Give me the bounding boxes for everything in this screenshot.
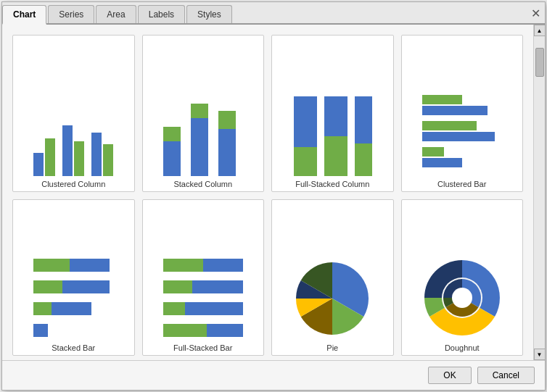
svg-rect-2 [62, 125, 73, 176]
tab-labels[interactable]: Labels [138, 5, 185, 23]
svg-rect-34 [192, 280, 243, 293]
scroll-down-button[interactable]: ▼ [534, 349, 546, 360]
svg-rect-7 [163, 127, 181, 141]
footer: OK Cancel [2, 360, 545, 390]
svg-rect-24 [33, 259, 70, 272]
svg-rect-6 [163, 141, 181, 176]
svg-point-40 [452, 288, 472, 308]
svg-rect-15 [324, 136, 347, 176]
tab-styles[interactable]: Styles [186, 5, 232, 23]
svg-rect-4 [91, 133, 102, 176]
svg-rect-32 [203, 259, 243, 272]
svg-rect-22 [422, 147, 444, 157]
svg-rect-19 [422, 106, 488, 115]
scroll-area: Clustered Column [2, 25, 545, 360]
svg-rect-11 [218, 111, 236, 129]
svg-rect-21 [422, 132, 495, 141]
svg-rect-35 [163, 302, 185, 315]
svg-rect-38 [207, 324, 243, 337]
svg-rect-12 [294, 96, 317, 147]
chart-item-clustered-bar[interactable]: Clustered Bar [401, 35, 524, 192]
chart-item-stacked-column[interactable]: Stacked Column [142, 35, 265, 192]
tab-chart[interactable]: Chart [2, 5, 46, 25]
tab-area[interactable]: Area [96, 5, 136, 23]
clustered-bar-label: Clustered Bar [437, 180, 486, 188]
scroll-up-button[interactable]: ▲ [534, 25, 546, 36]
svg-rect-30 [33, 324, 48, 337]
stacked-column-preview [147, 41, 260, 176]
tab-bar: Chart Series Area Labels Styles ✕ [2, 2, 545, 25]
svg-rect-14 [324, 96, 347, 136]
svg-rect-0 [33, 153, 44, 176]
svg-rect-28 [33, 302, 52, 315]
chart-item-stacked-bar[interactable]: Stacked Bar [12, 199, 135, 356]
ok-button[interactable]: OK [428, 367, 471, 384]
svg-rect-5 [103, 144, 113, 176]
svg-rect-29 [52, 302, 91, 315]
doughnut-label: Doughnut [445, 343, 480, 352]
cancel-button[interactable]: Cancel [477, 367, 535, 384]
scroll-thumb[interactable] [535, 48, 544, 77]
full-stacked-bar-label: Full-Stacked Bar [173, 343, 232, 352]
svg-rect-26 [33, 280, 62, 293]
stacked-column-label: Stacked Column [173, 180, 232, 188]
chart-type-dialog: Chart Series Area Labels Styles ✕ [1, 1, 546, 391]
svg-rect-31 [163, 259, 203, 272]
clustered-column-preview [17, 41, 130, 176]
full-stacked-column-label: Full-Stacked Column [295, 180, 369, 188]
chart-grid: Clustered Column [2, 25, 533, 360]
clustered-column-label: Clustered Column [41, 180, 105, 188]
scrollbar: ▲ ▼ [533, 25, 545, 360]
doughnut-preview [406, 206, 519, 341]
svg-rect-37 [163, 324, 207, 337]
stacked-bar-preview [17, 206, 130, 341]
chart-item-full-stacked-bar[interactable]: Full-Stacked Bar [142, 199, 265, 356]
svg-rect-25 [70, 259, 110, 272]
full-stacked-bar-preview [147, 206, 260, 341]
svg-rect-18 [422, 95, 462, 104]
svg-rect-23 [422, 158, 462, 167]
stacked-bar-label: Stacked Bar [52, 343, 95, 352]
svg-rect-9 [191, 104, 208, 118]
svg-rect-13 [294, 147, 317, 176]
svg-rect-20 [422, 121, 477, 130]
clustered-bar-preview [406, 41, 519, 176]
svg-rect-33 [163, 280, 192, 293]
tab-series[interactable]: Series [48, 5, 94, 23]
close-button[interactable]: ✕ [531, 7, 540, 20]
svg-rect-36 [185, 302, 243, 315]
pie-label: Pie [326, 343, 338, 352]
svg-rect-8 [191, 118, 208, 176]
chart-item-clustered-column[interactable]: Clustered Column [12, 35, 135, 192]
chart-item-full-stacked-column[interactable]: Full-Stacked Column [271, 35, 394, 192]
svg-rect-16 [355, 96, 372, 143]
chart-item-doughnut[interactable]: Doughnut [401, 199, 524, 356]
svg-rect-1 [45, 138, 55, 176]
full-stacked-column-preview [276, 41, 389, 176]
svg-rect-27 [62, 280, 110, 293]
chart-item-pie[interactable]: Pie [271, 199, 394, 356]
svg-rect-17 [355, 143, 372, 176]
svg-rect-3 [74, 141, 84, 176]
pie-preview [276, 206, 389, 341]
svg-rect-10 [218, 129, 236, 176]
